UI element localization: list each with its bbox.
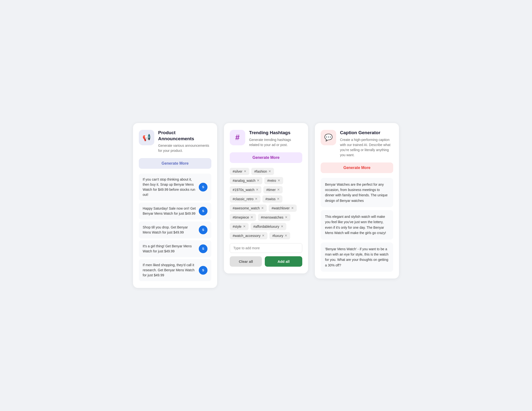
remove-hashtag-button[interactable]: ✕	[285, 234, 287, 237]
list-item: #menswatches ✕	[258, 214, 290, 221]
shopify-icon[interactable]: S	[199, 244, 208, 253]
list-item: #luxury ✕	[269, 232, 290, 239]
announcement-text: It's a girl thing! Get Benyar Mens Watch…	[143, 244, 196, 254]
hashtag-actions: Clear all Add all	[230, 256, 302, 267]
remove-hashtag-button[interactable]: ✕	[278, 179, 280, 182]
list-item: If men liked shopping, they'd call it re…	[139, 259, 211, 281]
list-item: #affordableluxury ✕	[250, 223, 286, 230]
list-item: #watchlover ✕	[269, 205, 297, 212]
remove-hashtag-button[interactable]: ✕	[243, 225, 246, 228]
hashtags-area: #silver ✕ #fashion ✕ #analog_watch ✕ #re…	[230, 168, 302, 239]
announcement-text: If men liked shopping, they'd call it re…	[143, 262, 196, 278]
announcement-text: If you can't stop thinking about it, the…	[143, 177, 196, 197]
announcement-text: Shop till you drop. Get Benyar Mens Watc…	[143, 225, 196, 235]
hashtag-text: #timer	[266, 188, 276, 192]
hashtag-icon: #	[235, 133, 240, 142]
hashtag-text: #swiss	[265, 197, 276, 201]
hashtags-generate-btn[interactable]: Generate More	[230, 152, 302, 163]
cards-container: 📢 Product Announcements Generate various…	[133, 123, 399, 288]
hashtag-text: #style	[233, 224, 242, 228]
list-item: #analog_watch ✕	[230, 177, 262, 184]
list-item: #timer ✕	[263, 186, 283, 193]
announcements-header: 📢 Product Announcements Generate various…	[139, 130, 211, 153]
hashtag-text: #analog_watch	[233, 179, 255, 183]
hashtags-desc: Generate trending hashtags related to yo…	[249, 137, 302, 148]
list-item: If you can't stop thinking about it, the…	[139, 174, 211, 201]
clear-all-button[interactable]: Clear all	[230, 256, 262, 267]
hashtag-text: #awesome_watch	[233, 206, 260, 210]
list-item: #swiss ✕	[262, 195, 283, 203]
hashtag-text: #retro	[267, 179, 276, 183]
list-item: #timepiece ✕	[230, 214, 256, 221]
shopify-icon[interactable]: S	[199, 266, 208, 275]
announcements-card: 📢 Product Announcements Generate various…	[133, 123, 217, 288]
hashtag-text: #luxury	[272, 234, 283, 238]
list-item: #fashion ✕	[251, 168, 274, 175]
list-item: Shop till you drop. Get Benyar Mens Watc…	[139, 222, 211, 238]
announcement-list: If you can't stop thinking about it, the…	[139, 174, 211, 281]
hashtag-text: #classic_retro	[233, 197, 253, 201]
megaphone-icon: 📢	[142, 133, 151, 141]
list-item: #awesome_watch ✕	[230, 205, 267, 212]
announcements-desc: Generate various announcements for your …	[158, 143, 211, 153]
hashtag-text: #1970s_watch	[233, 188, 254, 192]
list-item: #silver ✕	[230, 168, 249, 175]
svg-text:S: S	[202, 185, 204, 189]
remove-hashtag-button[interactable]: ✕	[257, 179, 259, 182]
hashtag-text: #fashion	[254, 169, 267, 173]
svg-text:S: S	[202, 228, 204, 232]
hashtag-text: #menswatches	[261, 215, 283, 219]
hashtags-icon-wrap: #	[230, 130, 245, 145]
remove-hashtag-button[interactable]: ✕	[291, 206, 294, 210]
remove-hashtag-button[interactable]: ✕	[281, 225, 283, 228]
shopify-icon[interactable]: S	[199, 207, 208, 215]
svg-text:S: S	[202, 268, 204, 272]
list-item: Happy Saturday! Sale now on!! Get Benyar…	[139, 203, 211, 220]
remove-hashtag-button[interactable]: ✕	[268, 170, 271, 173]
add-all-button[interactable]: Add all	[265, 256, 302, 267]
list-item: #retro ✕	[264, 177, 283, 184]
shopify-icon[interactable]: S	[199, 225, 208, 234]
captions-title: Caption Generator	[340, 130, 393, 136]
list-item: This elegant and stylish watch will make…	[321, 210, 393, 240]
hashtag-input[interactable]	[230, 243, 302, 253]
list-item: It's a girl thing! Get Benyar Mens Watch…	[139, 240, 211, 257]
announcements-title: Product Announcements	[158, 130, 211, 142]
remove-hashtag-button[interactable]: ✕	[277, 188, 280, 191]
hashtag-text: #watchlover	[272, 206, 290, 210]
caption-icon: 💬	[324, 133, 333, 141]
captions-generate-btn[interactable]: Generate More	[321, 162, 393, 173]
captions-icon-wrap: 💬	[321, 130, 336, 145]
list-item: #watch_accessory ✕	[230, 232, 267, 239]
announcements-generate-btn[interactable]: Generate More	[139, 158, 211, 169]
shopify-icon[interactable]: S	[199, 183, 208, 191]
svg-text:S: S	[202, 247, 204, 251]
list-item: #classic_retro ✕	[230, 195, 260, 203]
remove-hashtag-button[interactable]: ✕	[255, 197, 257, 200]
list-item: #1970s_watch ✕	[230, 186, 261, 193]
remove-hashtag-button[interactable]: ✕	[285, 216, 287, 219]
hashtag-text: #affordableluxury	[253, 224, 279, 228]
remove-hashtag-button[interactable]: ✕	[277, 197, 280, 200]
list-item: Benyar Watches are the perfect for any o…	[321, 178, 393, 207]
remove-hashtag-button[interactable]: ✕	[261, 206, 264, 210]
remove-hashtag-button[interactable]: ✕	[244, 170, 247, 173]
caption-list: Benyar Watches are the perfect for any o…	[321, 178, 393, 272]
captions-card: 💬 Caption Generator Create a high-perfor…	[315, 123, 399, 279]
list-item: #style ✕	[230, 223, 249, 230]
remove-hashtag-button[interactable]: ✕	[250, 216, 253, 219]
hashtag-text: #timepiece	[233, 215, 249, 219]
announcement-text: Happy Saturday! Sale now on!! Get Benyar…	[143, 206, 196, 216]
captions-header: 💬 Caption Generator Create a high-perfor…	[321, 130, 393, 158]
announcements-icon-wrap: 📢	[139, 130, 154, 145]
hashtag-text: #watch_accessory	[233, 234, 260, 238]
hashtags-header: # Trending Hashtags Generate trending ha…	[230, 130, 302, 148]
svg-text:S: S	[202, 209, 204, 213]
hashtags-card: # Trending Hashtags Generate trending ha…	[224, 123, 308, 273]
hashtags-title: Trending Hashtags	[249, 130, 302, 136]
captions-desc: Create a high-performing caption with ou…	[340, 137, 393, 158]
list-item: 'Benyar Mens Watch' - if you want to be …	[321, 243, 393, 272]
remove-hashtag-button[interactable]: ✕	[256, 188, 258, 191]
hashtag-text: #silver	[233, 169, 242, 173]
remove-hashtag-button[interactable]: ✕	[262, 234, 265, 237]
